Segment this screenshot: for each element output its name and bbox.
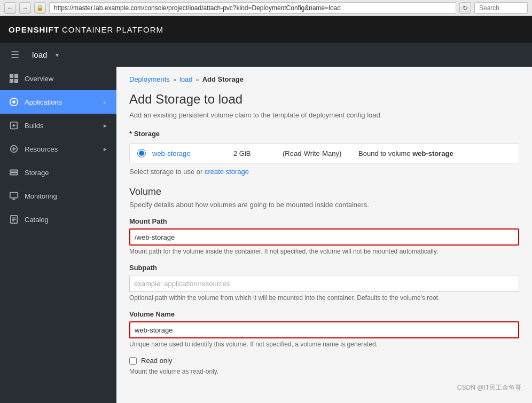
sidebar-item-builds-label: Builds (25, 122, 97, 130)
storage-hint: Select storage to use or create storage (129, 168, 519, 176)
sidebar-item-applications[interactable]: Applications ► (0, 90, 116, 114)
create-storage-link[interactable]: create storage (205, 168, 249, 176)
read-only-row: Read only (129, 357, 519, 365)
storage-option-status: Bound to volume web-storage (358, 149, 453, 157)
subpath-group: Subpath Optional path within the volume … (129, 264, 519, 302)
sidebar-item-overview-label: Overview (25, 75, 108, 83)
subpath-hint: Optional path within the volume from whi… (129, 294, 519, 302)
sidebar-item-storage[interactable]: Storage (0, 161, 116, 184)
browser-chrome: ← → 🔒 ↻ (0, 0, 532, 16)
svg-rect-3 (14, 79, 18, 83)
sidebar-item-storage-label: Storage (25, 169, 108, 177)
storage-option-size: 2 GiB (233, 149, 276, 157)
read-only-group: Read only Mount the volume as read-only. (129, 357, 519, 375)
lock-icon: 🔒 (34, 2, 46, 14)
volume-name-input[interactable] (129, 321, 519, 338)
storage-section-label: * Storage (129, 130, 519, 138)
content-area: Deployments » load » Add Storage Add Sto… (116, 67, 532, 403)
forward-button[interactable]: → (19, 2, 31, 14)
sidebar-item-builds[interactable]: Builds ► (0, 114, 116, 137)
project-name: load (32, 50, 47, 59)
sidebar: Overview Applications ► Builds ► Resourc… (0, 67, 116, 403)
subpath-label: Subpath (129, 264, 519, 272)
page-title: Add Storage to load (129, 92, 519, 107)
svg-rect-12 (10, 173, 18, 175)
breadcrumb: Deployments » load » Add Storage (129, 75, 519, 83)
storage-section: * Storage web-storage 2 GiB (Read-Write-… (129, 130, 519, 176)
volume-title: Volume (129, 186, 519, 197)
svg-rect-13 (10, 193, 18, 198)
page-subtitle: Add an existing persistent volume claim … (129, 111, 519, 119)
volume-name-hint: Unique name used to identify this volume… (129, 341, 519, 348)
read-only-hint: Mount the volume as read-only. (129, 368, 519, 375)
build-icon (9, 120, 19, 131)
sidebar-item-catalog-label: Catalog (25, 216, 108, 224)
breadcrumb-load[interactable]: load (179, 75, 193, 83)
back-button[interactable]: ← (4, 2, 16, 14)
openshift-logo: OPENSHIFT CONTAINER PLATFORM (9, 25, 163, 34)
mount-path-group: Mount Path Mount path for the volume ins… (129, 217, 519, 255)
applications-chevron-icon: ► (103, 99, 108, 105)
svg-rect-11 (10, 170, 18, 172)
sidebar-item-catalog[interactable]: Catalog (0, 208, 116, 231)
resource-icon (9, 144, 19, 154)
svg-rect-2 (10, 79, 13, 83)
app-icon (9, 97, 19, 107)
sidebar-item-resources-label: Resources (25, 145, 97, 153)
storage-icon (9, 167, 19, 178)
read-only-label: Read only (141, 357, 173, 365)
browser-search-input[interactable] (474, 2, 528, 14)
resources-chevron-icon: ► (103, 146, 108, 152)
top-nav: OPENSHIFT CONTAINER PLATFORM (0, 16, 532, 43)
subpath-input[interactable] (129, 275, 519, 292)
sidebar-item-applications-label: Applications (25, 98, 97, 106)
project-dropdown-button[interactable]: ▾ (56, 51, 59, 59)
grid-icon (9, 73, 19, 84)
sidebar-item-monitoring[interactable]: Monitoring (0, 184, 116, 208)
storage-option-name: web-storage (152, 149, 227, 157)
volume-subtitle: Specify details about how volumes are go… (129, 201, 519, 209)
sidebar-item-overview[interactable]: Overview (0, 67, 116, 90)
watermark: CSDN @IT民工金鱼哥 (457, 383, 521, 392)
builds-chevron-icon: ► (103, 123, 108, 129)
breadcrumb-add-storage: Add Storage (202, 75, 244, 83)
storage-option-web-storage[interactable]: web-storage 2 GiB (Read-Write-Many) Boun… (129, 143, 519, 163)
monitor-icon (9, 191, 19, 201)
secondary-nav: ☰ load ▾ (0, 43, 532, 67)
hamburger-button[interactable]: ☰ (9, 47, 21, 63)
sidebar-item-resources[interactable]: Resources ► (0, 137, 116, 161)
volume-name-group: Volume Name Unique name used to identify… (129, 310, 519, 348)
storage-radio-web-storage[interactable] (137, 149, 146, 157)
breadcrumb-deployments[interactable]: Deployments (129, 75, 170, 83)
mount-path-hint: Mount path for the volume inside the con… (129, 248, 519, 255)
storage-option-mode: (Read-Write-Many) (283, 149, 352, 157)
read-only-checkbox[interactable] (129, 357, 137, 365)
url-bar[interactable] (49, 2, 456, 14)
sidebar-item-monitoring-label: Monitoring (25, 192, 108, 200)
main-layout: Overview Applications ► Builds ► Resourc… (0, 67, 532, 403)
catalog-icon (9, 214, 19, 225)
mount-path-label: Mount Path (129, 217, 519, 225)
reload-button[interactable]: ↻ (459, 2, 471, 14)
svg-rect-1 (14, 74, 18, 78)
mount-path-input[interactable] (129, 228, 519, 246)
breadcrumb-sep-2: » (196, 76, 199, 83)
svg-rect-0 (10, 74, 13, 78)
breadcrumb-sep-1: » (173, 76, 176, 83)
volume-name-label: Volume Name (129, 310, 519, 318)
